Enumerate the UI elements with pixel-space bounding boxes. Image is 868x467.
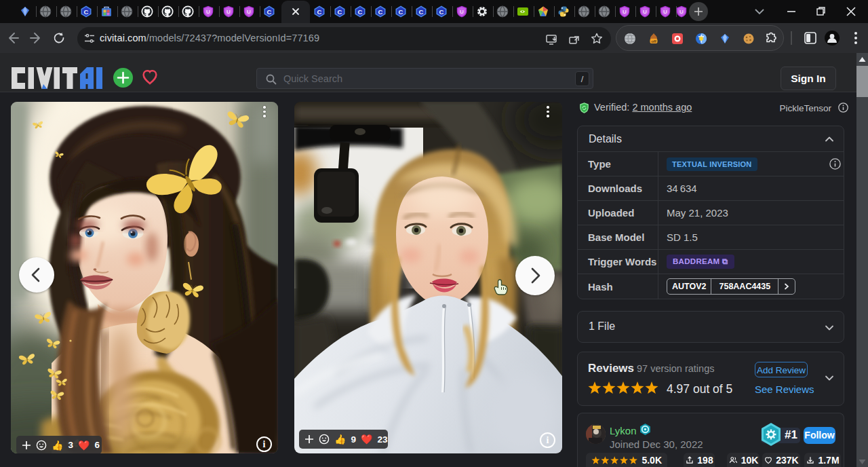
svg-text:U: U xyxy=(679,9,684,15)
svg-text:C: C xyxy=(338,8,342,16)
svg-text:C: C xyxy=(84,8,89,16)
svg-text:off: off xyxy=(651,39,657,43)
svg-text:U: U xyxy=(460,9,464,15)
svg-text:U: U xyxy=(226,9,231,15)
svg-text:C: C xyxy=(419,8,424,16)
svg-text:C: C xyxy=(358,8,363,16)
svg-text:U: U xyxy=(623,9,627,15)
svg-text:U: U xyxy=(206,9,210,15)
svg-text:C: C xyxy=(439,8,444,16)
svg-text:U: U xyxy=(663,9,667,15)
svg-text:C: C xyxy=(267,8,272,16)
svg-text:U: U xyxy=(643,9,647,15)
svg-text:C: C xyxy=(317,8,322,16)
svg-text:U: U xyxy=(247,9,251,15)
svg-text:C: C xyxy=(378,8,383,16)
svg-text:C: C xyxy=(399,8,403,16)
